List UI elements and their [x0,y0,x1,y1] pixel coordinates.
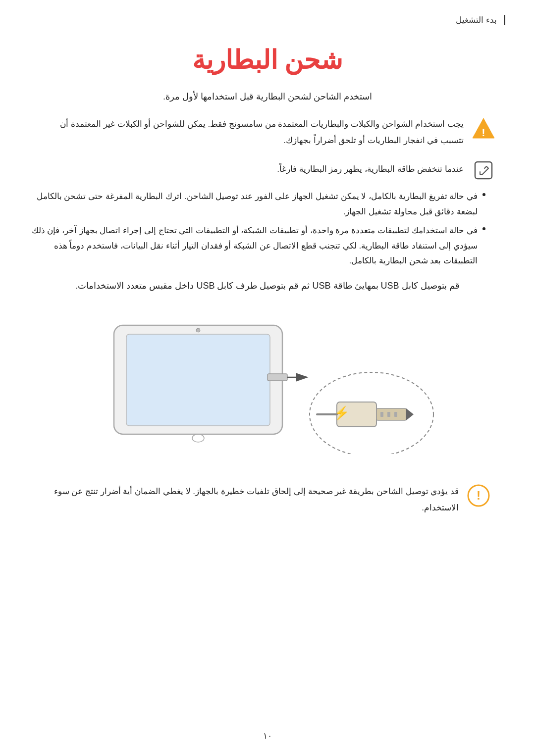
bullet-item-0: في حالة تفريغ البطارية بالكامل، لا يمكن … [30,189,505,219]
svg-rect-2 [475,162,492,179]
bullet-dot-0 [482,193,485,196]
svg-point-7 [196,328,200,332]
svg-rect-8 [268,374,287,381]
note-item-0: عندما تنخفض طاقة البطارية، يظهر رمز البط… [30,158,505,182]
warning-text: يجب استخدام الشواحن والكبلات والبطاريات … [40,116,464,149]
page-number: ١٠ [263,731,272,741]
page-title: شحن البطارية [30,45,505,75]
bullet-dot-1 [482,227,485,230]
header-label: بدء التشغيل [456,15,497,25]
svg-point-6 [192,434,204,442]
all-bullets-section: عندما تنخفض طاقة البطارية، يظهر رمز البط… [30,158,505,269]
edit-icon [472,158,495,182]
header-bar: بدء التشغيل [30,15,505,25]
svg-text:!: ! [477,489,481,502]
circle-warning-icon: ! [467,484,490,507]
svg-rect-16 [387,412,390,417]
bottom-notice: ! قد يؤدي توصيل الشاحن بطريقة غير صحيحة … [30,484,505,516]
svg-rect-17 [394,412,397,417]
svg-text:⚡: ⚡ [333,405,350,421]
bottom-warning-text: قد يؤدي توصيل الشاحن بطريقة غير صحيحة إل… [45,484,459,516]
triangle-warning-icon: ! [472,116,495,140]
svg-text:!: ! [482,126,485,139]
svg-marker-18 [406,408,414,420]
svg-line-3 [484,166,486,168]
tablet-drawing [99,305,317,454]
device-illustration: ⚡ [94,305,441,464]
note-text-0: عندما تنخفض طاقة البطارية، يظهر رمز البط… [40,158,464,177]
warning-block: ! يجب استخدام الشواحن والكبلات والبطاريا… [30,116,505,149]
svg-rect-5 [126,334,270,426]
svg-rect-15 [380,412,383,417]
bullet-item-1: في حالة استخدامك لتطبيقات متعددة مرة واح… [30,223,505,269]
intro-text: استخدم الشاحن لشحن البطارية قبل استخدامه… [30,89,505,104]
usb-instruction: قم بتوصيل كابل USB بمهايئ طاقة USB ثم قم… [30,278,505,294]
usb-drawing: ⚡ [307,365,436,454]
